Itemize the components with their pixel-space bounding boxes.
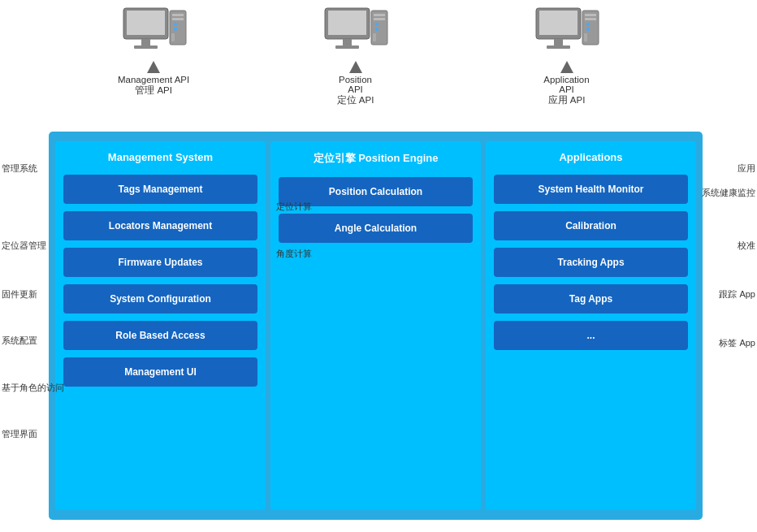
label-locators-mgmt: 定位器管理	[2, 240, 46, 252]
svg-rect-26	[585, 18, 596, 20]
arch-box: Management System Tags Management Locato…	[49, 132, 703, 520]
mgmt-computer-group: Management API 管理 API	[118, 6, 189, 97]
tag-apps-btn[interactable]: Tag Apps	[494, 284, 688, 314]
app-arrow	[560, 61, 573, 73]
mgmt-computer-icon	[119, 6, 188, 59]
pos-api-label-en: PositionAPI	[339, 75, 372, 94]
svg-rect-16	[374, 18, 385, 20]
svg-rect-3	[134, 45, 158, 49]
label-health-monitor: 系统健康监控	[702, 187, 755, 199]
svg-point-27	[586, 23, 590, 26]
svg-rect-12	[343, 39, 352, 45]
svg-rect-15	[374, 14, 385, 16]
applications-title: Applications	[494, 151, 688, 163]
management-ui-btn[interactable]: Management UI	[63, 357, 257, 387]
svg-rect-29	[584, 33, 587, 41]
label-angle-calc: 角度计算	[276, 248, 312, 260]
mgmt-api-label-cn: 管理 API	[135, 84, 172, 97]
outer-left-labels: 管理系统 定位器管理 固件更新 系统配置 基于角色的访问 管理界面	[0, 132, 50, 520]
svg-rect-2	[141, 39, 150, 45]
svg-point-7	[174, 23, 177, 26]
app-computer-icon	[532, 6, 601, 59]
main-container: Management API 管理 API PositionAPI 定位 API	[0, 0, 757, 532]
label-calibration: 校准	[738, 240, 755, 252]
columns-wrapper: Management System Tags Management Locato…	[55, 141, 696, 510]
more-apps-btn[interactable]: ...	[494, 321, 688, 350]
svg-rect-21	[539, 11, 577, 35]
svg-rect-22	[554, 39, 563, 45]
svg-point-8	[174, 28, 177, 31]
label-pos-calc: 定位计算	[276, 201, 312, 213]
svg-point-18	[375, 28, 378, 31]
svg-point-17	[375, 23, 378, 26]
svg-rect-9	[171, 33, 175, 41]
role-based-access-btn[interactable]: Role Based Access	[63, 321, 257, 350]
outer-right-labels: 应用 系统健康监控 校准 跟踪 App 标签 App	[700, 132, 757, 520]
svg-rect-11	[328, 11, 366, 35]
label-tracking: 跟踪 App	[719, 288, 755, 301]
svg-point-28	[586, 28, 590, 31]
applications-column: Applications System Health Monitor Calib…	[486, 141, 696, 510]
middle-outer-labels: 定位计算 角度计算	[276, 132, 341, 520]
pos-computer-group: PositionAPI 定位 API	[321, 6, 390, 106]
app-api-label-cn: 应用 API	[548, 94, 586, 106]
pos-arrow	[349, 61, 362, 73]
app-computer-group: ApplicationAPI 应用 API	[532, 6, 601, 106]
svg-rect-13	[335, 45, 359, 49]
mgmt-api-label-en: Management API	[118, 75, 189, 84]
label-right-top: 应用	[738, 162, 755, 175]
svg-rect-6	[172, 18, 184, 20]
pos-api-label-cn: 定位 API	[337, 94, 374, 106]
mgmt-system-column: Management System Tags Management Locato…	[55, 141, 266, 510]
locators-management-btn[interactable]: Locators Management	[63, 211, 257, 240]
top-section: Management API 管理 API PositionAPI 定位 API	[0, 0, 757, 134]
tags-management-btn[interactable]: Tags Management	[63, 175, 257, 204]
svg-rect-1	[127, 11, 165, 35]
svg-rect-19	[373, 33, 376, 41]
label-mgmt-system: 管理系统	[2, 162, 37, 175]
system-config-btn[interactable]: System Configuration	[63, 284, 257, 314]
mgmt-arrow	[147, 61, 160, 73]
calibration-btn[interactable]: Calibration	[494, 211, 688, 240]
svg-rect-25	[585, 14, 596, 16]
tracking-apps-btn[interactable]: Tracking Apps	[494, 248, 688, 277]
pos-computer-icon	[321, 6, 390, 59]
label-mgmt-ui: 管理界面	[2, 428, 37, 440]
mgmt-system-title: Management System	[63, 151, 257, 163]
system-health-btn[interactable]: System Health Monitor	[494, 175, 688, 204]
label-sys-config: 系统配置	[2, 335, 37, 347]
svg-rect-23	[547, 45, 570, 49]
svg-rect-5	[172, 14, 184, 16]
app-api-label-en: ApplicationAPI	[543, 75, 589, 94]
firmware-updates-btn[interactable]: Firmware Updates	[63, 248, 257, 277]
label-role-access: 基于角色的访问	[2, 382, 64, 394]
label-tag-apps: 标签 App	[719, 337, 755, 349]
label-firmware: 固件更新	[2, 288, 37, 301]
